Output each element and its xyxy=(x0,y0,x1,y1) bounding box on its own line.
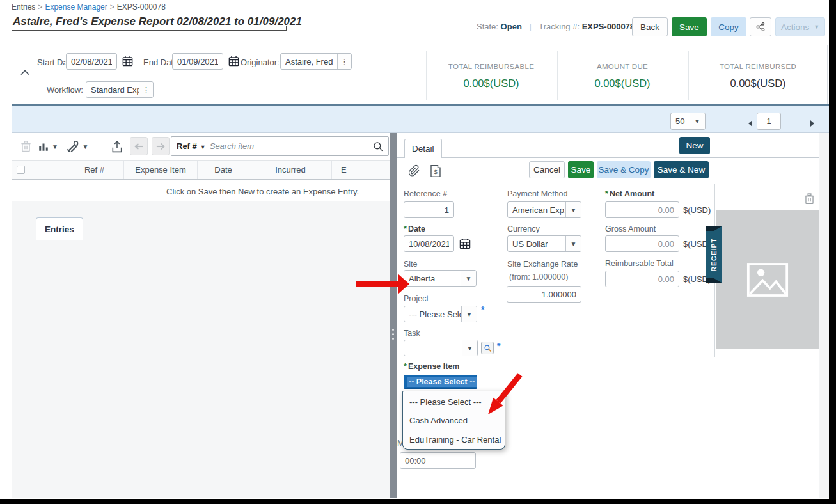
workflow-lookup-icon[interactable]: ⋮ xyxy=(139,82,153,97)
select-all-checkbox[interactable] xyxy=(17,166,25,174)
chevron-down-icon: ▼ xyxy=(690,113,705,129)
originator-field[interactable]: Astaire, Fred ⋮ xyxy=(280,53,352,70)
reference-input[interactable] xyxy=(404,201,454,218)
entry-date-calendar-icon[interactable] xyxy=(458,237,471,251)
cancel-button[interactable]: Cancel xyxy=(529,161,565,178)
dropdown-option-please-select[interactable]: --- Please Select --- xyxy=(409,397,482,407)
payment-method-select[interactable]: American Exp... ▼ xyxy=(507,201,581,218)
expense-receipt-button[interactable]: $ xyxy=(429,163,443,178)
start-date-calendar-icon[interactable] xyxy=(121,54,134,67)
chevron-down-icon: ▼ xyxy=(200,144,206,150)
tab-detail[interactable]: Detail xyxy=(404,139,442,158)
column-header-ref[interactable]: Ref # xyxy=(65,161,124,179)
prev-record-button[interactable] xyxy=(130,137,148,155)
net-amount-input[interactable] xyxy=(605,201,679,218)
time-input[interactable] xyxy=(400,452,476,469)
attach-file-button[interactable] xyxy=(407,162,421,179)
chevron-up-icon xyxy=(20,69,30,75)
report-summary-card: Start Date: End Date: Originator: Astair… xyxy=(12,45,828,104)
amount-due-value: 0.00$(USD) xyxy=(594,77,650,90)
chevron-down-icon: ▼ xyxy=(462,340,477,356)
originator-lookup-icon[interactable]: ⋮ xyxy=(337,54,351,69)
copy-button[interactable]: Copy xyxy=(711,17,746,36)
totals-divider-1 xyxy=(426,51,427,100)
delete-entry-button[interactable] xyxy=(19,138,33,154)
task-lookup-button[interactable] xyxy=(481,342,494,354)
amount-due-label: AMOUNT DUE xyxy=(597,63,648,70)
expense-manager-app: Entries>Expense Manager>EXPS-000078 Asta… xyxy=(0,0,836,504)
trash-icon xyxy=(803,192,816,205)
new-entry-button[interactable]: New xyxy=(679,137,710,154)
panel-splitter[interactable] xyxy=(390,133,397,498)
dropdown-option-cash-advanced[interactable]: Cash Advanced xyxy=(409,416,468,425)
search-field-selector[interactable]: Ref # xyxy=(177,141,197,151)
breadcrumb-record-id: EXPS-000078 xyxy=(117,3,166,12)
share-icon xyxy=(755,22,766,32)
net-amount-label: *Net Amount xyxy=(605,189,654,198)
search-input[interactable] xyxy=(210,141,372,151)
breadcrumb-expense-manager-link[interactable]: Expense Manager xyxy=(45,3,107,12)
title-underline xyxy=(12,26,287,31)
next-record-button[interactable] xyxy=(152,137,170,155)
chevron-down-icon: ▼ xyxy=(565,202,581,217)
save-and-copy-button[interactable]: Save & Copy xyxy=(597,161,651,178)
entry-date-input[interactable] xyxy=(404,235,454,252)
column-header-expense-item[interactable]: Expense Item xyxy=(124,161,198,179)
column-header-clipped[interactable]: E xyxy=(332,161,391,179)
search-icon[interactable] xyxy=(372,141,384,152)
expense-item-select[interactable]: -- Please Select -- ▲ xyxy=(404,375,477,389)
dropdown-option-edutraining-car-rental[interactable]: EduTraining - Car Rental xyxy=(409,435,501,445)
delete-receipt-button[interactable] xyxy=(802,191,816,206)
end-date-calendar-icon[interactable] xyxy=(227,54,240,67)
prev-page-button[interactable] xyxy=(748,120,752,127)
site-select[interactable]: Alberta ▼ xyxy=(404,270,477,287)
tab-entries[interactable]: Entries xyxy=(36,217,83,240)
currency-select[interactable]: US Dollar ▼ xyxy=(507,235,581,252)
total-reimbursed-value: 0.00$(USD) xyxy=(730,77,785,90)
workflow-label: Workflow: xyxy=(47,85,83,95)
empty-entries-message: Click on Save then New to create an Expe… xyxy=(166,187,359,196)
export-button[interactable] xyxy=(109,138,125,155)
next-page-button[interactable] xyxy=(810,120,814,127)
chevron-down-icon: ▼ xyxy=(565,236,581,251)
share-button[interactable] xyxy=(750,17,771,36)
splitter-handle-icon xyxy=(392,329,395,340)
reimbursable-total-input[interactable] xyxy=(605,271,679,287)
tools-icon xyxy=(65,139,81,154)
select-all-cell xyxy=(12,161,29,179)
save-and-new-button[interactable]: Save & New xyxy=(654,161,709,178)
totals-divider-2 xyxy=(557,51,558,100)
arrow-left-icon xyxy=(134,142,144,151)
actions-button[interactable]: Actions ▼ xyxy=(775,17,825,36)
back-button[interactable]: Back xyxy=(632,17,668,36)
chart-menu-button[interactable]: ▼ xyxy=(36,139,59,154)
page-size-select[interactable]: 50 ▼ xyxy=(670,113,706,130)
tools-menu-button[interactable]: ▼ xyxy=(63,138,90,155)
task-select[interactable]: ▼ xyxy=(404,340,478,356)
exchange-rate-input[interactable] xyxy=(507,286,581,303)
expense-item-label: *Expense Item xyxy=(404,362,459,371)
gross-amount-input[interactable] xyxy=(605,235,679,252)
site-label: Site xyxy=(404,260,418,269)
start-date-input[interactable] xyxy=(66,53,117,70)
reference-label: Reference # xyxy=(404,189,447,198)
end-date-input[interactable] xyxy=(172,53,223,70)
report-tabbar: Entries Receipts Notes Documents History… xyxy=(12,106,829,133)
workflow-field[interactable]: Standard Expe ⋮ xyxy=(86,81,154,98)
collapse-button[interactable] xyxy=(19,68,31,76)
header-divider xyxy=(0,40,829,40)
column-header-incurred[interactable]: Incurred xyxy=(249,161,332,179)
project-select[interactable]: --- Please Sele... ▼ xyxy=(404,306,477,322)
project-label: Project xyxy=(404,294,429,303)
column-header-date[interactable]: Date xyxy=(198,161,249,179)
chevron-down-icon: ▼ xyxy=(461,271,476,286)
trash-icon xyxy=(20,139,32,153)
receipt-tab[interactable]: RECEIPT xyxy=(706,226,722,283)
receipt-image-placeholder xyxy=(716,210,819,349)
save-entry-button[interactable]: Save xyxy=(568,161,594,178)
save-button[interactable]: Save xyxy=(672,17,707,36)
page-number-input[interactable] xyxy=(757,113,781,130)
chevron-down-icon: ▼ xyxy=(461,306,477,322)
search-icon xyxy=(484,344,492,352)
scroll-gutter[interactable] xyxy=(819,133,829,498)
